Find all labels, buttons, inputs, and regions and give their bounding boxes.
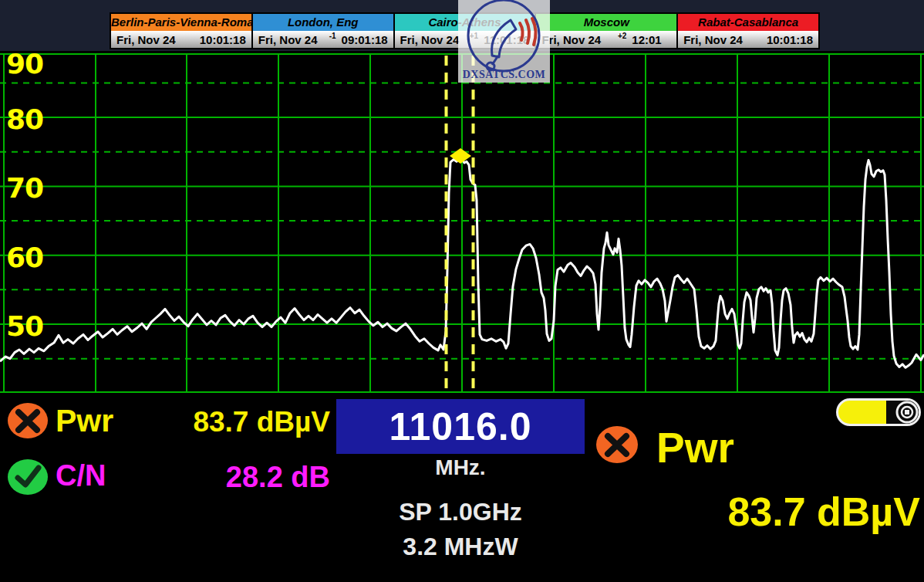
clock-time: 10:01:18 <box>200 33 246 46</box>
big-pwr-value: 83.7 dBµV <box>586 489 920 535</box>
clock-city-label: Rabat-Casablanca <box>678 14 818 31</box>
clock-city-label: London, Eng <box>253 14 393 31</box>
y-axis-label-90: 90 <box>6 48 43 80</box>
logo-text: DXSATCS.COM <box>458 69 550 81</box>
pwr-label: Pwr <box>56 403 113 439</box>
clock-time-row: Fri, Nov 24 -1 09:01:18 <box>253 31 393 48</box>
knob-ring-icon <box>895 401 919 424</box>
clock-utc-offset: -1 <box>329 32 336 40</box>
frequency-value: 11016.0 <box>389 404 532 449</box>
y-axis-label-60: 60 <box>6 242 43 273</box>
cn-status-check-icon <box>6 458 49 496</box>
clock-time-row: Fri, Nov 24 +2 12:01 <box>536 31 676 48</box>
y-axis-label-80: 80 <box>6 103 43 135</box>
toggle-knob[interactable] <box>895 401 919 424</box>
clock-berlin: Berlin-Paris-Vienna-Roma Fri, Nov 24 10:… <box>111 14 251 48</box>
dxsatcs-watermark-logo: DXSATCS.COM <box>458 0 550 83</box>
spectrum-analyzer-screen: 90 80 70 60 50 Berlin-Paris-Vienna-Roma … <box>0 0 924 582</box>
clock-time-row: Fri, Nov 24 10:01:18 <box>678 31 818 48</box>
frequency-unit: MHz. <box>336 455 585 480</box>
cn-value: 28.2 dB <box>139 461 330 494</box>
clock-time: 09:01:18 <box>342 33 388 46</box>
cn-label: C/N <box>56 459 106 492</box>
clock-city-label: Moscow <box>536 14 676 31</box>
big-pwr-x-icon <box>595 425 639 465</box>
span-readout: SP 1.0GHz <box>336 498 585 526</box>
clock-city-label: Berlin-Paris-Vienna-Roma <box>111 14 251 31</box>
clock-date: Fri, Nov 24 <box>541 33 618 46</box>
pwr-value: 83.7 dBµV <box>139 406 330 438</box>
pwr-status-x-icon <box>6 401 49 440</box>
bandwidth-readout: 3.2 MHzW <box>336 533 585 561</box>
clock-rabat: Rabat-Casablanca Fri, Nov 24 10:01:18 <box>676 14 818 48</box>
clock-utc-offset: +2 <box>618 32 626 40</box>
clock-time: 12:01 <box>632 33 671 46</box>
y-axis-label-70: 70 <box>6 172 43 204</box>
big-pwr-label: Pwr <box>656 423 734 472</box>
pwr-toggle-switch[interactable] <box>836 398 921 426</box>
frequency-display[interactable]: 11016.0 <box>336 399 585 454</box>
clock-date: Fri, Nov 24 <box>258 33 329 46</box>
clock-london: London, Eng Fri, Nov 24 -1 09:01:18 <box>251 14 393 48</box>
y-axis-label-50: 50 <box>6 310 43 342</box>
clock-time: 10:01:18 <box>767 33 813 46</box>
clock-date: Fri, Nov 24 <box>683 33 761 46</box>
clock-date: Fri, Nov 24 <box>116 33 194 46</box>
clock-moscow: Moscow Fri, Nov 24 +2 12:01 <box>535 14 676 48</box>
clock-time-row: Fri, Nov 24 10:01:18 <box>111 31 251 48</box>
